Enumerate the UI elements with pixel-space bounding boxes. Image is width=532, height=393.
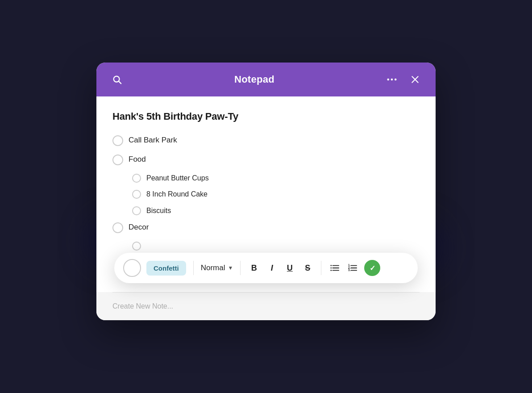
divider-1 [193,261,194,275]
strikethrough-icon: S [305,263,310,273]
svg-point-11 [331,270,332,271]
checkbox-food[interactable] [112,155,123,165]
more-options-button[interactable] [384,71,400,88]
underline-icon: U [287,263,293,273]
header-actions [384,71,423,88]
checkbox-biscuits[interactable] [132,206,141,215]
list-item: Peanut Butter Cups [112,173,420,183]
item-text-decor: Decor [129,222,149,233]
svg-line-1 [119,81,121,84]
close-button[interactable] [407,71,423,88]
checkbox-round-cake[interactable] [132,190,141,199]
list-item [112,241,420,251]
create-new-note[interactable]: Create New Note... [112,293,420,320]
checkbox-call-bark-park[interactable] [112,135,123,146]
item-text-call-bark-park: Call Bark Park [129,135,177,146]
app-container: Notepad Hank's 5th [96,63,436,330]
checkmark-icon: ✓ [370,264,375,272]
note-title: Hank's 5th Birthday Paw-Ty [112,111,420,122]
list-item: Food [112,154,420,165]
divider-2 [240,261,241,275]
app-title: Notepad [234,74,274,85]
confirm-button[interactable]: ✓ [364,260,380,276]
header: Notepad [96,63,436,96]
list-item: Biscuits [112,206,420,216]
bold-button[interactable]: B [248,262,260,274]
checklist: Call Bark Park Food Peanut Butter Cups 8… [112,135,420,251]
toolbar-wrapper: Confetti Normal ▼ B I U [114,253,418,283]
item-text-round-cake: 8 Inch Round Cake [146,189,208,199]
item-text-peanut-butter-cups: Peanut Butter Cups [146,173,209,183]
chevron-down-icon: ▼ [228,265,233,271]
item-text-biscuits: Biscuits [146,206,171,216]
style-dropdown-label: Normal [201,263,225,272]
note-content: Hank's 5th Birthday Paw-Ty Call Bark Par… [96,96,436,266]
italic-button[interactable]: I [266,262,278,274]
list-item: Call Bark Park [112,135,420,146]
checkbox-decor[interactable] [112,222,123,233]
notepad-window: Notepad Hank's 5th [96,63,436,320]
svg-point-4 [395,79,397,81]
search-icon[interactable] [109,71,125,88]
active-item-tag: Confetti [146,261,186,276]
item-text-food: Food [129,154,146,165]
italic-icon: I [271,263,273,273]
checkbox-confetti-list[interactable] [132,242,141,251]
bullet-list-button[interactable] [328,262,341,274]
checkbox-peanut-butter-cups[interactable] [132,174,141,183]
note-footer: Create New Note... [96,292,436,320]
numbered-list-button[interactable]: 1. 2. 3. [346,262,359,274]
svg-point-9 [331,268,332,269]
underline-button[interactable]: U [283,262,296,274]
svg-text:3.: 3. [348,268,351,272]
bold-icon: B [251,263,257,273]
list-item: Decor [112,222,420,233]
divider-3 [321,261,321,275]
svg-point-7 [331,265,332,266]
svg-point-2 [387,79,389,81]
strikethrough-button[interactable]: S [301,262,314,274]
toolbar-checkbox[interactable] [123,259,141,277]
style-dropdown[interactable]: Normal ▼ [201,263,233,272]
list-item: 8 Inch Round Cake [112,189,420,199]
svg-point-3 [391,79,393,81]
formatting-toolbar: Confetti Normal ▼ B I U [114,253,418,283]
